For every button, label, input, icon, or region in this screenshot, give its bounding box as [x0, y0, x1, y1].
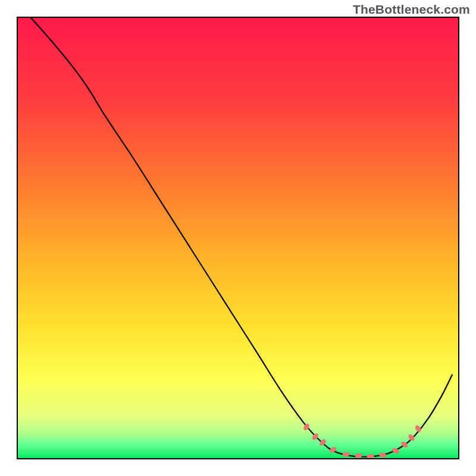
plot-background [17, 17, 459, 459]
curve-marker [355, 453, 362, 458]
chart-container: TheBottleneck.com [0, 0, 476, 476]
attribution-watermark: TheBottleneck.com [353, 2, 470, 17]
bottleneck-curve-chart [0, 0, 476, 476]
